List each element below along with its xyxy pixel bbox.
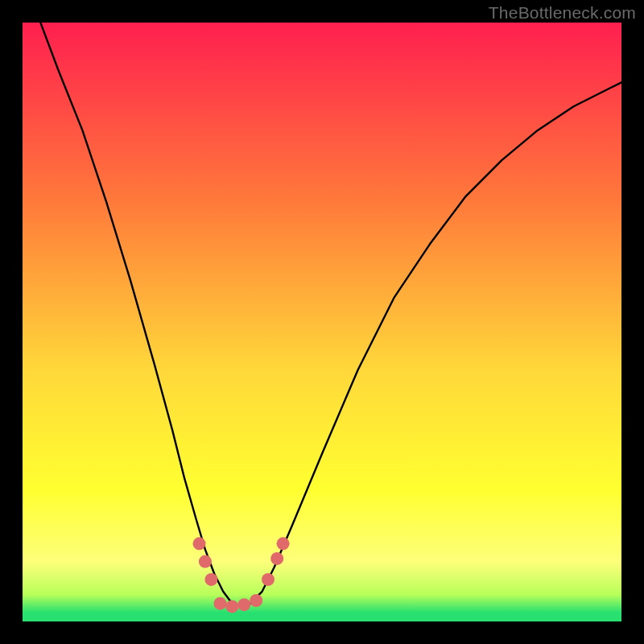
curve-layer — [23, 23, 621, 621]
curve-marker — [270, 552, 283, 565]
plot-area — [23, 23, 621, 621]
curve-marker — [250, 594, 262, 607]
watermark-text: TheBottleneck.com — [489, 3, 636, 23]
curve-markers — [193, 537, 290, 613]
curve-marker — [262, 573, 275, 586]
curve-marker — [237, 598, 250, 611]
curve-marker — [225, 600, 238, 613]
curve-marker — [204, 573, 217, 586]
bottleneck-curve — [40, 23, 621, 606]
curve-marker — [277, 537, 290, 550]
chart-frame: TheBottleneck.com — [0, 0, 644, 644]
curve-marker — [193, 537, 206, 550]
curve-marker — [199, 555, 212, 568]
curve-marker — [214, 597, 227, 610]
